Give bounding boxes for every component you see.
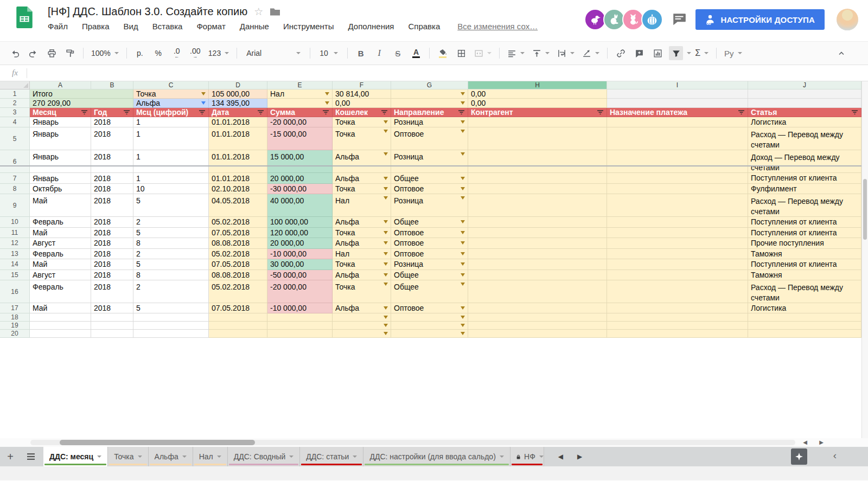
cell-C15[interactable]: 8 [133, 270, 209, 280]
cell-I7[interactable] [607, 173, 748, 183]
font-select[interactable]: Arial [243, 46, 304, 60]
cell-H17[interactable] [468, 303, 607, 313]
row-header-19[interactable]: 19 [0, 322, 30, 330]
cell-I19[interactable] [607, 322, 748, 330]
cell-C18[interactable] [133, 313, 209, 322]
cell-C8[interactable]: 10 [133, 184, 209, 194]
cell-H8[interactable] [468, 184, 607, 194]
cell-E15[interactable]: -50 000,00 [267, 270, 333, 280]
cell-A18[interactable] [30, 313, 91, 322]
cell-A13[interactable]: Февраль [30, 249, 91, 259]
user-avatar[interactable] [837, 9, 858, 30]
cell-A17[interactable]: Май [30, 303, 91, 313]
insert-link-button[interactable] [614, 46, 628, 60]
cell-D14[interactable]: 07.05.2018 [209, 259, 267, 270]
cell-C16[interactable]: 2 [133, 280, 209, 303]
cell-I2[interactable] [607, 99, 748, 108]
cell-D11[interactable]: 07.05.2018 [209, 228, 267, 238]
row-header-3[interactable]: 3 [0, 108, 30, 117]
share-settings-button[interactable]: НАСТРОЙКИ ДОСТУПА [695, 9, 825, 30]
cell-G14[interactable]: Розница [391, 259, 468, 270]
cell-J6[interactable]: Доход — Перевод между счетами [748, 150, 861, 173]
sheet-tab-ДДС: статьи[interactable]: ДДС: статьи [300, 447, 363, 466]
cell-H14[interactable] [468, 259, 607, 270]
column-header-G[interactable]: G [391, 81, 468, 89]
explore-button[interactable] [791, 448, 807, 465]
cell-I8[interactable] [607, 184, 748, 194]
cell-G17[interactable]: Оптовое [391, 303, 468, 313]
cell-B4[interactable]: 2018 [91, 117, 133, 127]
cell-A4[interactable]: Январь [30, 117, 91, 127]
row-header-8[interactable]: 8 [0, 184, 30, 194]
anonymous-pumpkin-avatar[interactable] [641, 9, 663, 30]
menu-Вставка[interactable]: Вставка [152, 22, 183, 31]
cell-J5[interactable]: Расход — Перевод между счетами [748, 127, 861, 150]
cell-H7[interactable] [468, 173, 607, 183]
vertical-scrollbar[interactable] [861, 81, 868, 438]
cell-J8[interactable]: Фулфилмент [748, 184, 861, 194]
cell-E17[interactable]: -10 000,00 [267, 303, 333, 313]
cell-H5[interactable] [468, 127, 607, 150]
cell-I11[interactable] [607, 228, 748, 238]
tab-scroll-left-arrow[interactable]: ◀ [558, 453, 563, 460]
cell-H15[interactable] [468, 270, 607, 280]
fill-color-button[interactable] [436, 46, 450, 60]
cell-E11[interactable]: 120 000,00 [267, 228, 333, 238]
cell-D13[interactable]: 05.02.2018 [209, 249, 267, 259]
cell-B7[interactable]: 2018 [91, 173, 133, 183]
cell-C4[interactable]: 1 [133, 117, 209, 127]
filter-header-H3[interactable]: Контрагент [468, 108, 607, 117]
cell-I12[interactable] [607, 238, 748, 248]
cell-G16[interactable]: Общее [391, 280, 468, 303]
column-header-D[interactable]: D [209, 81, 267, 89]
cell-I10[interactable] [607, 217, 748, 227]
cell-E6[interactable]: 15 000,00 [267, 150, 333, 173]
select-all-corner[interactable] [0, 81, 30, 89]
cell-J13[interactable]: Таможня [748, 249, 861, 259]
cell-H1[interactable]: 0,00 [468, 89, 607, 99]
sheet-tab-НФ[interactable]: НФ [510, 447, 544, 466]
column-header-I[interactable]: I [607, 81, 748, 89]
cell-B16[interactable]: 2018 [91, 280, 133, 303]
cell-D7[interactable]: 01.01.2018 [209, 173, 267, 183]
tab-scroll-right-arrow[interactable]: ▶ [577, 453, 582, 460]
cell-C12[interactable]: 8 [133, 238, 209, 248]
formula-input[interactable] [27, 65, 868, 81]
bold-button[interactable]: B [354, 46, 368, 60]
column-header-J[interactable]: J [748, 81, 861, 89]
cell-H19[interactable] [468, 322, 607, 330]
cell-F2[interactable]: 0,00 [333, 99, 391, 108]
cell-H9[interactable] [468, 194, 607, 217]
row-header-11[interactable]: 11 [0, 228, 30, 238]
cell-H6[interactable] [468, 150, 607, 173]
cell-E4[interactable]: -20 000,00 [267, 117, 333, 127]
row-header-2[interactable]: 2 [0, 99, 30, 108]
insert-chart-button[interactable] [650, 46, 665, 60]
cell-H16[interactable] [468, 280, 607, 303]
row-header-18[interactable]: 18 [0, 313, 30, 322]
row-header-13[interactable]: 13 [0, 249, 30, 259]
cell-J17[interactable]: Логистика [748, 303, 861, 313]
folder-icon[interactable] [270, 8, 280, 16]
cell-C13[interactable]: 2 [133, 249, 209, 259]
cell-F1[interactable]: 30 814,00 [333, 89, 391, 99]
sheet-tab-ДДС: настройки (для ввода сальдо)[interactable]: ДДС: настройки (для ввода сальдо) [363, 447, 510, 466]
menu-Формат[interactable]: Формат [196, 22, 225, 31]
cell-B15[interactable]: 2018 [91, 270, 133, 280]
cell-H20[interactable] [468, 330, 607, 338]
cell-D16[interactable]: 05.02.2018 [209, 280, 267, 303]
comments-button[interactable] [672, 12, 687, 27]
text-wrap-button[interactable] [556, 46, 576, 60]
menu-Файл[interactable]: Файл [48, 22, 68, 31]
cell-I18[interactable] [607, 313, 748, 322]
horizontal-scrollbar-track[interactable] [30, 440, 795, 445]
menu-Вид[interactable]: Вид [124, 22, 138, 31]
currency-format-button[interactable]: р. [133, 46, 147, 60]
sheet-tab-ДДС: Сводный[interactable]: ДДС: Сводный [228, 447, 301, 466]
insert-comment-button[interactable] [632, 46, 646, 60]
cell-F10[interactable]: Альфа [333, 217, 391, 227]
input-tools-button[interactable]: Ру [723, 46, 744, 60]
cell-F5[interactable]: Точка [333, 127, 391, 150]
filter-header-J3[interactable]: Статья [748, 108, 861, 117]
cell-I6[interactable] [607, 150, 748, 173]
